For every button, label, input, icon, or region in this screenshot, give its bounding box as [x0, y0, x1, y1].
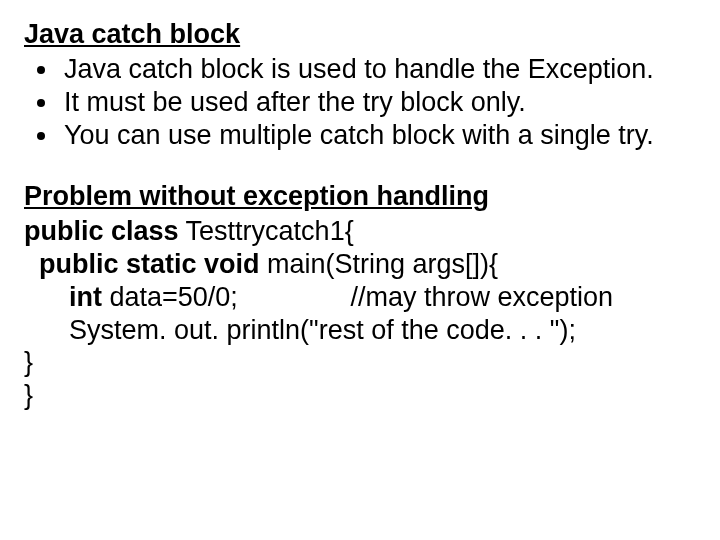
section2-heading: Problem without exception handling — [24, 180, 696, 213]
slide: Java catch block Java catch block is use… — [0, 0, 720, 540]
code-block: public class Testtrycatch1{ public stati… — [24, 215, 696, 413]
code-text: } — [24, 380, 33, 410]
list-item: It must be used after the try block only… — [60, 86, 696, 119]
code-text: System. out. println("rest of the code. … — [24, 315, 576, 345]
code-keyword: public class — [24, 216, 179, 246]
list-item: Java catch block is used to handle the E… — [60, 53, 696, 86]
spacer — [24, 152, 696, 180]
code-text: Testtrycatch1{ — [179, 216, 354, 246]
section1-heading: Java catch block — [24, 18, 696, 51]
list-item: You can use multiple catch block with a … — [60, 119, 696, 152]
section1-bullets: Java catch block is used to handle the E… — [24, 53, 696, 152]
code-keyword: public static void — [24, 249, 260, 279]
code-keyword: int — [24, 282, 102, 312]
code-text: main(String args[]){ — [260, 249, 499, 279]
code-text: data=50/0; //may throw exception — [102, 282, 613, 312]
code-text: } — [24, 347, 33, 377]
